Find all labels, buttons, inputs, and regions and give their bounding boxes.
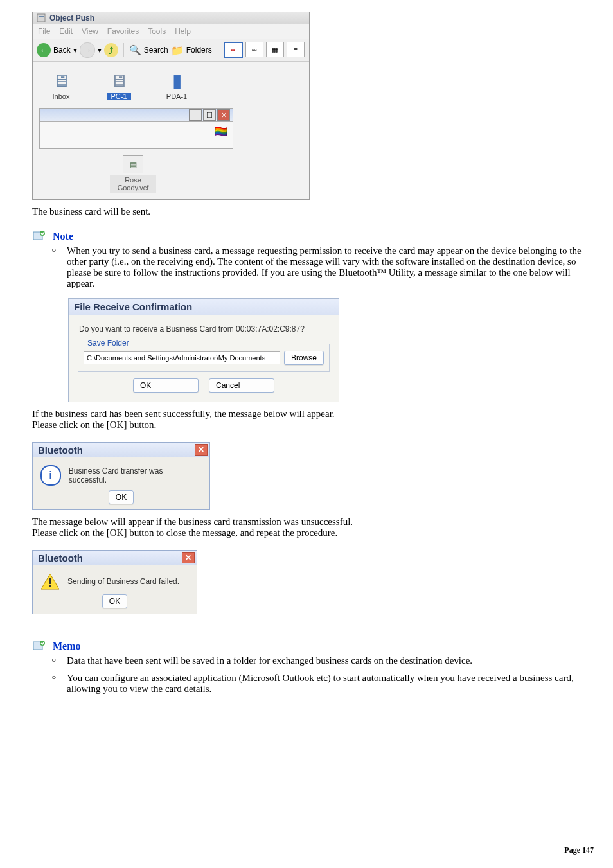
warning-icon (40, 573, 60, 590)
cancel-button[interactable]: Cancel (209, 378, 274, 393)
success-message: Business Card transfer was successful. (69, 466, 202, 484)
menu-bar: File Edit View Favorites Tools Help (33, 24, 309, 39)
pda-icon: ▮ (164, 68, 190, 91)
close-icon[interactable]: ✕ (182, 552, 195, 563)
search-icon: 🔍 (129, 44, 141, 56)
inner-title-bar: – ☐ ✕ (40, 109, 233, 122)
inner-window: – ☐ ✕ 🏳️‍🌈 (39, 108, 233, 149)
browse-button[interactable]: Browse (284, 351, 324, 365)
info-icon: i (40, 465, 61, 486)
app-icon (37, 13, 46, 22)
back-button-icon[interactable]: ← (37, 43, 51, 57)
note-heading: Note (53, 231, 73, 242)
sent-text: The business card will be sent. (32, 206, 600, 217)
svg-rect-4 (49, 585, 51, 587)
menu-help[interactable]: Help (175, 27, 191, 36)
item-pc1[interactable]: 🖥 PC-1 (100, 68, 138, 100)
pc1-label: PC-1 (100, 93, 138, 100)
item-pda1[interactable]: ▮ PDA-1 (157, 68, 196, 100)
inbox-icon: 🖥 (48, 68, 74, 91)
vcf-label: Rose Goody.vcf (110, 175, 156, 193)
success-ok-button[interactable]: OK (109, 490, 134, 504)
search-label[interactable]: Search (144, 46, 168, 55)
file-receive-dialog: File Receive Confirmation Do you want to… (68, 298, 339, 402)
folders-icon: 📁 (171, 44, 184, 57)
view-buttons: ▪▪ ▫▫ ▦ ≡ (224, 42, 305, 58)
vcard-icon: ▤ (123, 155, 143, 173)
memo-bullet-1: Data that have been sent will be saved i… (51, 655, 600, 666)
fail-intro-2: Please click on the [OK] button to close… (32, 527, 600, 538)
menu-favorites[interactable]: Favorites (107, 27, 139, 36)
memo-bullet-2: You can configure an associated applicat… (51, 673, 600, 695)
fail-message: Sending of Business Card failed. (67, 577, 179, 586)
menu-tools[interactable]: Tools (148, 27, 166, 36)
save-folder-legend: Save Folder (85, 339, 132, 348)
window-title-bar: Object Push (33, 12, 309, 24)
success-title: Bluetooth (38, 445, 83, 456)
svg-rect-0 (37, 14, 45, 22)
note-icon (32, 230, 46, 243)
save-folder-fieldset: Save Folder C:\Documents and Settings\Ad… (78, 344, 330, 372)
fail-ok-button[interactable]: OK (102, 594, 127, 608)
menu-file[interactable]: File (38, 27, 50, 36)
minimize-button[interactable]: – (189, 109, 202, 121)
inbox-label: Inbox (42, 93, 80, 100)
success-intro-1: If the business card has been sent succe… (32, 409, 600, 420)
toolbar: ← Back ▾ → ▾ ⤴ 🔍 Search 📁 Folders ▪▪ ▫▫ … (33, 39, 309, 62)
flag-icon: 🏳️‍🌈 (215, 125, 227, 137)
close-icon[interactable]: ✕ (195, 444, 208, 456)
toolbar-separator (123, 43, 124, 57)
view-thumbnails[interactable]: ▪▪ (224, 42, 243, 58)
save-path-field[interactable]: C:\Documents and Settings\Administrator\… (84, 351, 280, 364)
object-push-window: Object Push File Edit View Favorites Too… (32, 12, 310, 200)
menu-edit[interactable]: Edit (59, 27, 73, 36)
note-bullet-1: When you try to send a business card, a … (51, 245, 600, 289)
folders-label[interactable]: Folders (186, 46, 212, 55)
back-dropdown[interactable]: ▾ (73, 46, 77, 55)
pda1-label: PDA-1 (157, 93, 196, 100)
forward-dropdown[interactable]: ▾ (98, 46, 102, 55)
dialog-question: Do you want to receive a Business Card f… (69, 315, 339, 336)
item-inbox[interactable]: 🖥 Inbox (42, 68, 80, 100)
vcf-file-item[interactable]: ▤ Rose Goody.vcf (110, 155, 156, 193)
view-list[interactable]: ≡ (287, 42, 305, 57)
view-tiles[interactable]: ▫▫ (245, 42, 263, 57)
ok-button[interactable]: OK (133, 378, 199, 393)
svg-rect-3 (49, 578, 51, 584)
back-button-label[interactable]: Back (53, 46, 71, 55)
view-icons[interactable]: ▦ (266, 42, 284, 57)
up-button[interactable]: ⤴ (104, 43, 118, 57)
pc-icon: 🖥 (106, 68, 132, 91)
memo-heading: Memo (53, 641, 81, 652)
window-title-text: Object Push (49, 13, 94, 22)
fail-intro-1: The message below will appear if the bus… (32, 517, 600, 527)
svg-rect-1 (39, 16, 44, 17)
maximize-button[interactable]: ☐ (203, 109, 216, 121)
success-intro-2: Please click on the [OK] button. (32, 420, 600, 430)
memo-icon (32, 640, 46, 653)
dialog-title: File Receive Confirmation (69, 299, 339, 315)
bluetooth-fail-dialog: Bluetooth ✕ Sending of Business Card fai… (32, 550, 197, 614)
close-button[interactable]: ✕ (217, 109, 230, 121)
forward-button[interactable]: → (80, 42, 95, 58)
fail-title: Bluetooth (38, 553, 83, 563)
bluetooth-success-dialog: Bluetooth ✕ i Business Card transfer was… (32, 442, 210, 510)
menu-view[interactable]: View (82, 27, 98, 36)
